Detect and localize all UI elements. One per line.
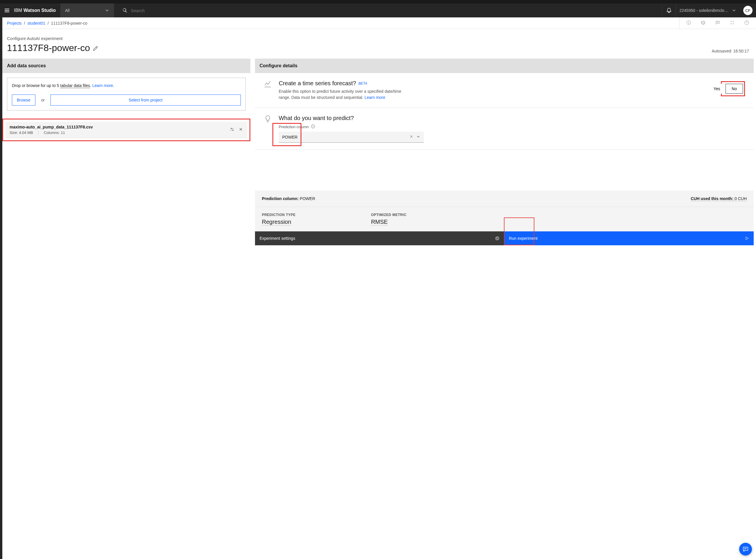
breadcrumb: Projects / student01 / 111137F8-power-co (7, 21, 87, 25)
predict-section: What do you want to predict? Prediction … (255, 108, 754, 150)
breadcrumb-bar: Projects / student01 / 111137F8-power-co (0, 17, 756, 29)
chart-icon (264, 80, 272, 88)
info-icon[interactable] (311, 125, 315, 129)
learn-more-link[interactable]: Learn more (92, 83, 113, 88)
predict-column-value: POWER (282, 135, 406, 139)
bell-icon (666, 7, 672, 13)
notifications-button[interactable] (662, 3, 676, 17)
beta-badge: BETA (358, 82, 367, 86)
select-from-project-button[interactable]: Select from project (50, 94, 241, 106)
browse-button[interactable]: Browse (12, 94, 36, 106)
metric-value: RMSE (371, 219, 388, 226)
play-icon (745, 236, 749, 240)
help-icon[interactable] (744, 20, 749, 26)
side-strip (0, 3, 2, 251)
nodes-icon[interactable] (730, 20, 735, 26)
app-logo[interactable]: IBM Watson Studio (14, 8, 60, 13)
breadcrumb-projects[interactable]: Projects (7, 21, 22, 25)
watermark (667, 207, 754, 231)
or-text: or (41, 98, 45, 102)
data-file-card[interactable]: maximo-auto_ai_pump_data_111137F8.csv Si… (5, 122, 247, 138)
svg-point-7 (676, 208, 754, 231)
svg-point-4 (733, 23, 734, 24)
page-header: Configure AutoAI experiment 111137F8-pow… (0, 29, 756, 59)
data-sources-header: Add data sources (2, 59, 250, 73)
svg-point-1 (731, 21, 732, 22)
chevron-down-icon (732, 8, 736, 13)
hamburger-icon (4, 7, 10, 13)
autosaved-status: Autosaved: 16:50:17 (712, 49, 749, 53)
pred-type-label: PREDICTION TYPE (262, 213, 296, 217)
drop-text: Drop or browse for up to 5 tabular data … (12, 83, 241, 89)
type-row: PREDICTION TYPE Regression OPTIMIZED MET… (255, 207, 754, 231)
file-columns: Columns: 11 (44, 131, 65, 135)
clear-icon[interactable] (409, 135, 413, 139)
file-highlight: maximo-auto_ai_pump_data_111137F8.csv Si… (2, 118, 250, 141)
chevron-down-icon (105, 8, 109, 13)
browser-chrome (0, 0, 756, 3)
filter-dropdown[interactable]: All (60, 3, 114, 17)
experiment-settings-button[interactable]: Experiment settings (255, 231, 504, 245)
time-series-section: Create a time series forecast? BETA Enab… (255, 73, 754, 108)
ts-title: Create a time series forecast? (279, 80, 356, 87)
search-icon (122, 7, 128, 13)
top-header: IBM Watson Studio All 2245950 - soleilon… (0, 3, 756, 17)
edit-title-button[interactable] (93, 43, 98, 53)
predict-column-label: Prediction column (279, 125, 309, 129)
breadcrumb-student01[interactable]: student01 (27, 21, 45, 25)
ts-learn-more[interactable]: Learn more (364, 95, 385, 100)
page-title: 111137F8-power-co (7, 43, 98, 53)
configure-details-header: Configure details (255, 59, 754, 73)
user-avatar[interactable]: CF (743, 6, 753, 15)
history-icon[interactable] (701, 20, 706, 26)
comment-icon[interactable] (715, 20, 720, 26)
file-remove-icon[interactable] (238, 127, 243, 133)
breadcrumb-current: 111137F8-power-co (51, 21, 87, 25)
gear-icon (495, 236, 500, 241)
search-bar[interactable] (118, 7, 662, 13)
bulb-icon (264, 115, 272, 123)
chevron-down-icon[interactable] (416, 135, 420, 139)
pred-type-value: Regression (262, 219, 291, 226)
yesno-highlight: Yes No (721, 81, 745, 96)
predict-title: What do you want to predict? (279, 115, 745, 121)
run-experiment-button[interactable]: Run experiment (504, 231, 754, 245)
drop-zone[interactable]: Drop or browse for up to 5 tabular data … (7, 78, 246, 110)
predict-column-dropdown[interactable]: POWER (279, 132, 424, 143)
svg-point-3 (731, 23, 732, 24)
ts-yes-button[interactable]: Yes (708, 84, 726, 94)
search-input[interactable] (131, 8, 658, 13)
account-dropdown[interactable]: 2245950 - soleilonibmclou... (676, 8, 740, 13)
ts-desc: Enable this option to predict future act… (279, 88, 406, 100)
spacer (255, 150, 754, 191)
page-subtitle: Configure AutoAI experiment (7, 36, 98, 41)
file-settings-icon[interactable] (230, 127, 234, 133)
info-icon[interactable] (686, 20, 691, 26)
svg-point-2 (733, 21, 734, 22)
bottom-actions: Experiment settings Run experiment (255, 231, 754, 245)
summary-bar: Prediction column: POWER CUH used this m… (255, 191, 754, 207)
file-size: Size: 4.04 MB (9, 131, 39, 135)
ts-no-button[interactable]: No (726, 84, 743, 94)
metric-label: OPTIMIZED METRIC (371, 213, 407, 217)
file-name: maximo-auto_ai_pump_data_111137F8.csv (9, 125, 230, 129)
